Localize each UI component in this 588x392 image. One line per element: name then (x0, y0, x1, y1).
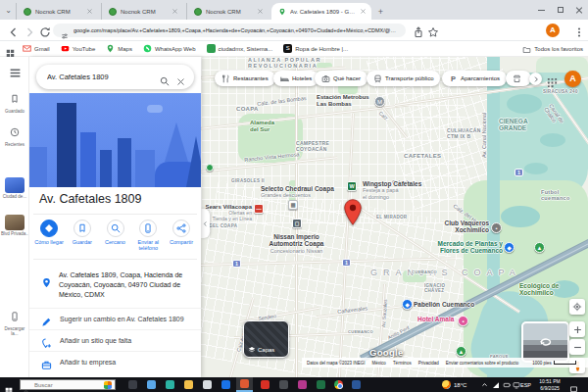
bookmark-item[interactable]: ciudadmx, Sistema... (207, 44, 273, 53)
panel-link[interactable]: Añadir un sitio que falta (29, 329, 201, 351)
sidebar-item-recientes[interactable]: Recientes (0, 123, 29, 147)
action-search-button[interactable]: Cercano (100, 220, 131, 259)
bookmark-item[interactable]: YouTube (61, 44, 96, 53)
route-shield[interactable]: 1 (514, 169, 523, 176)
route-shield[interactable]: 1 (232, 260, 241, 268)
window-close-button[interactable] (569, 0, 588, 20)
bookmark-star-icon[interactable] (427, 24, 439, 36)
search-highlights-icon[interactable] (104, 381, 112, 389)
browser-tab[interactable]: Nocnok CRM (186, 3, 269, 20)
bookmark-item[interactable]: Maps (106, 44, 132, 53)
tab-close-icon[interactable] (360, 8, 368, 16)
site-info-icon[interactable] (61, 26, 69, 34)
taskbar-app-dark-app[interactable] (279, 380, 288, 389)
taskbar-app-task-view[interactable] (128, 380, 137, 389)
tab-close-icon[interactable] (257, 8, 265, 16)
weather-icon[interactable] (442, 380, 451, 389)
chedraui-store-icon[interactable]: ▦ (288, 200, 298, 210)
route-shield[interactable]: 1 (342, 259, 351, 267)
hotel-amala-icon[interactable]: ▪ (458, 316, 468, 326)
taskbar-app-file-explorer[interactable] (184, 380, 193, 389)
hidden-icons-chevron[interactable] (481, 377, 488, 392)
attribution-link[interactable]: Datos del mapa ©2023 INEGI (307, 361, 366, 366)
destination-pin[interactable] (344, 199, 362, 225)
action-share-button[interactable]: Compartir (166, 220, 197, 259)
bookmark-item[interactable]: WhatsApp Web (143, 44, 196, 53)
saved-place-dot[interactable] (206, 164, 214, 172)
mercado-plantas-icon[interactable]: ◆ (504, 242, 514, 253)
attribution-link[interactable]: México (372, 361, 386, 366)
taskbar-app-chrome[interactable] (334, 380, 343, 389)
taskbar-app-mail-app[interactable] (203, 380, 212, 389)
sidebar-item-ciudadde[interactable]: Ciudad de... (0, 177, 29, 199)
battery-icon[interactable] (503, 377, 512, 392)
taskbar-clock[interactable]: 10:51 PM 6/9/2025 (535, 378, 564, 391)
maps-search-box[interactable] (36, 65, 194, 89)
taskbar-app-photos-app[interactable] (147, 380, 156, 389)
browser-profile-avatar[interactable]: A (546, 24, 560, 37)
new-tab-button[interactable]: + (374, 5, 387, 18)
my-location-button[interactable] (569, 299, 585, 315)
browser-tab[interactable]: Nocnok CRM (101, 3, 183, 20)
display-icon[interactable] (513, 377, 520, 392)
panel-link[interactable]: Sugerir un cambio en Av. Cafetales 1809 (29, 308, 201, 329)
club-vaqueros-icon[interactable]: • (491, 222, 502, 233)
taskbar-app-acrobat[interactable] (261, 380, 270, 389)
all-bookmarks-label[interactable]: Todos los favoritos (534, 46, 583, 52)
tab-close-icon[interactable] (172, 8, 179, 16)
start-button[interactable] (5, 381, 13, 389)
pabellon-cuemanco-icon[interactable]: ◆ (402, 299, 413, 310)
zoom-in-button[interactable] (569, 321, 585, 337)
taskbar-app-crm-app[interactable] (236, 377, 253, 392)
map-canvas[interactable]: ALIANZA POPULAR REVOLUCIONARIACOAPACalz.… (201, 57, 588, 377)
keyboard-language[interactable]: ESP (520, 382, 531, 388)
tab-close-icon[interactable] (86, 8, 94, 16)
back-button[interactable] (8, 24, 20, 36)
browser-tab[interactable]: Nocnok CRM (16, 3, 98, 20)
chips-scroll-next-button[interactable] (529, 73, 542, 85)
menu-hamburger-icon[interactable] (9, 66, 22, 83)
park-tree-icon[interactable]: ▲ (534, 242, 545, 253)
wingstop-icon[interactable]: W (347, 181, 357, 191)
metrobus-station-icon[interactable]: M (374, 96, 385, 107)
tab-search-chevron-icon[interactable]: ⌄ (3, 5, 14, 16)
bookmark-item[interactable]: Gmail (23, 44, 50, 53)
panel-link[interactable]: Añadir tu empresa (29, 351, 201, 372)
notification-center-icon[interactable] (569, 380, 578, 389)
chip-more[interactable] (506, 71, 531, 86)
clear-search-icon[interactable] (176, 73, 185, 81)
browser-menu-icon[interactable] (573, 24, 585, 36)
google-apps-grid-icon[interactable] (547, 74, 558, 85)
bookmark-item[interactable]: SRopa de Hombre |... (283, 44, 348, 53)
chip-hoteles[interactable]: Hoteles (273, 71, 318, 86)
account-avatar[interactable]: A (564, 71, 581, 87)
panel-collapse-button[interactable] (201, 209, 210, 238)
search-icon[interactable] (160, 73, 170, 82)
sidebar-item-blvdprivada[interactable]: Blvd Privada.. (0, 215, 29, 236)
chip-aparcamientos[interactable]: PAparcamientos (442, 71, 507, 86)
action-phone-button[interactable]: Enviar al teléfono (132, 220, 164, 259)
browser-tab[interactable]: Av. Cafetales 1809 - Google M... (271, 3, 371, 20)
taskbar-search-box[interactable] (20, 379, 116, 390)
chip-transporte-p-blico[interactable]: Transporte público (367, 71, 440, 86)
window-minimize-button[interactable] (532, 0, 551, 20)
taskbar-app-edge-browser[interactable] (166, 380, 174, 389)
share-icon[interactable] (413, 24, 424, 36)
sears-store-icon[interactable]: ― (254, 204, 264, 214)
layers-button[interactable]: Capas (243, 320, 289, 358)
taskbar-app-outlook[interactable] (221, 380, 230, 389)
window-restore-button[interactable] (551, 0, 569, 20)
taskbar-app-excel[interactable] (317, 380, 325, 389)
address-bar[interactable]: google.com/maps/place/Av.+Cafetales+1809… (53, 24, 406, 37)
action-bookmark-button[interactable]: Guardar (67, 220, 98, 259)
nissan-dealership-icon[interactable]: ◻ (292, 219, 302, 228)
attribution-link[interactable]: Enviar comentarios sobre el producto (446, 361, 519, 366)
attribution-link[interactable]: Privacidad (418, 361, 439, 366)
taskbar-app-presentation-app[interactable] (298, 380, 307, 389)
chip-restaurantes[interactable]: Restaurantes (215, 71, 275, 86)
street-view-preview[interactable] (521, 321, 569, 363)
chip-qu-hacer[interactable]: Qué hacer (315, 71, 368, 86)
apps-shortcut-icon[interactable] (6, 44, 15, 53)
network-icon[interactable] (492, 377, 500, 392)
sidebar-item-guardado[interactable]: Guardado (0, 90, 29, 114)
